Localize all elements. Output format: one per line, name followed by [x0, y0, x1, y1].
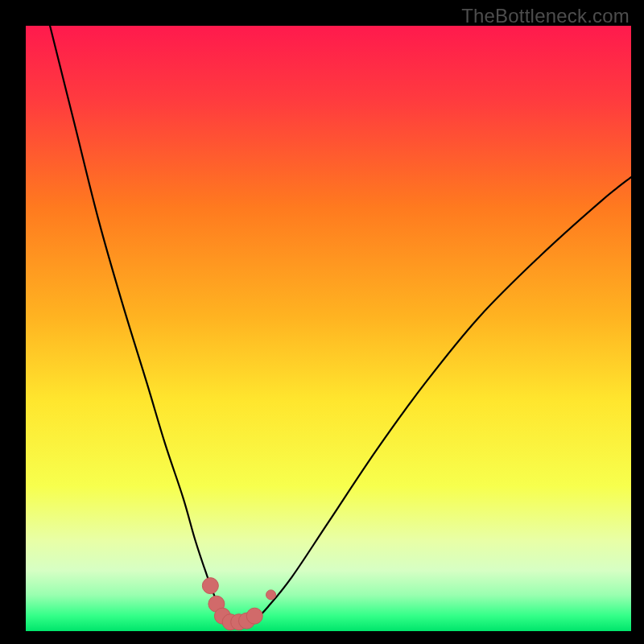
- watermark-text: TheBottleneck.com: [461, 5, 630, 27]
- marker-point: [266, 590, 276, 600]
- chart-frame: TheBottleneck.com: [0, 0, 644, 644]
- plot-area: [26, 26, 631, 631]
- curve-layer: [26, 26, 631, 631]
- marker-point: [202, 578, 218, 594]
- bottleneck-curve: [50, 26, 631, 625]
- marker-point: [246, 608, 262, 624]
- highlighted-range: [202, 578, 275, 630]
